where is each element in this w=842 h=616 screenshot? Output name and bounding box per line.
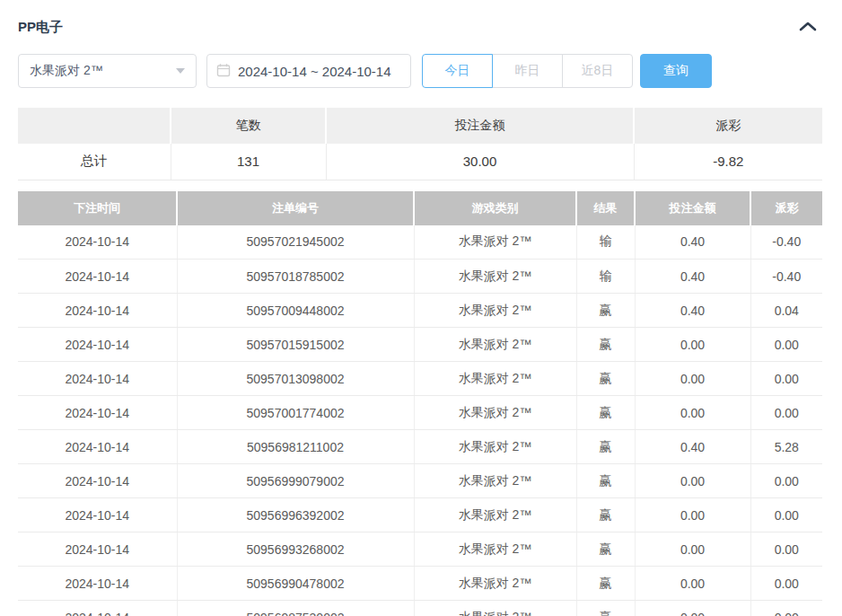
result-cell: 赢 (576, 532, 635, 567)
col-bet-id: 注单编号 (177, 191, 414, 225)
bet-id-cell: 50957015915002 (177, 328, 414, 362)
result-cell: 赢 (576, 430, 635, 464)
game-type-cell: 水果派对 2™ (414, 225, 576, 260)
payout-cell: 0.00 (750, 601, 822, 616)
payout-cell: -0.40 (750, 260, 822, 294)
col-game-type: 游戏类别 (414, 191, 576, 225)
game-select[interactable]: 水果派对 2™ (18, 54, 197, 88)
bet-time-cell: 2024-10-14 (18, 260, 177, 294)
col-payout: 派彩 (750, 191, 822, 225)
summary-header-row: 笔数 投注金额 派彩 (18, 108, 822, 144)
game-type-cell: 水果派对 2™ (414, 464, 576, 498)
bet-amount-cell: 0.40 (635, 430, 750, 464)
game-type-cell: 水果派对 2™ (414, 396, 576, 430)
bet-amount-cell: 0.40 (635, 260, 750, 294)
bet-amount-cell: 0.00 (635, 601, 750, 616)
bet-table-body: 2024-10-14 50957021945002 水果派对 2™ 输 0.40… (18, 225, 822, 616)
bet-id-cell: 50956996392002 (177, 498, 414, 532)
today-button[interactable]: 今日 (422, 54, 493, 88)
bet-amount-cell: 0.00 (635, 362, 750, 396)
date-range-value: 2024-10-14 ~ 2024-10-14 (238, 64, 391, 79)
query-button[interactable]: 查询 (640, 54, 712, 88)
bet-time-cell: 2024-10-14 (18, 601, 177, 616)
result-cell: 赢 (576, 567, 635, 601)
result-cell: 赢 (576, 328, 635, 362)
bet-id-cell: 50957013098002 (177, 362, 414, 396)
table-row: 2024-10-14 50957001774002 水果派对 2™ 赢 0.00… (18, 396, 822, 430)
bet-amount-cell: 0.00 (635, 532, 750, 567)
payout-cell: 0.00 (750, 498, 822, 532)
summary-payout-value: -9.82 (634, 144, 822, 180)
bet-time-cell: 2024-10-14 (18, 225, 177, 260)
bet-time-cell: 2024-10-14 (18, 567, 177, 601)
summary-count-value: 131 (171, 144, 326, 180)
summary-col-count: 笔数 (171, 108, 326, 144)
bet-time-cell: 2024-10-14 (18, 396, 177, 430)
game-select-value: 水果派对 2™ (30, 63, 103, 79)
panel: PP电子 水果派对 2™ 2024-10-14 ~ 2024-10-14 今日 … (0, 0, 842, 616)
col-bet-time: 下注时间 (18, 191, 177, 225)
payout-cell: 5.28 (750, 430, 822, 464)
payout-cell: 0.00 (750, 362, 822, 396)
table-row: 2024-10-14 50956981211002 水果派对 2™ 赢 0.40… (18, 430, 822, 464)
bet-amount-cell: 0.40 (635, 294, 750, 328)
calendar-icon (216, 63, 231, 80)
bet-amount-cell: 0.40 (635, 225, 750, 260)
bet-id-cell: 50956987530002 (177, 601, 414, 616)
result-cell: 输 (576, 225, 635, 260)
bet-time-cell: 2024-10-14 (18, 294, 177, 328)
bet-time-cell: 2024-10-14 (18, 362, 177, 396)
bet-amount-cell: 0.00 (635, 328, 750, 362)
game-type-cell: 水果派对 2™ (414, 328, 576, 362)
quick-date-buttons: 今日 昨日 近8日 (422, 54, 633, 88)
payout-cell: 0.00 (750, 464, 822, 498)
payout-cell: 0.00 (750, 532, 822, 567)
payout-cell: 0.00 (750, 328, 822, 362)
payout-cell: 0.04 (750, 294, 822, 328)
date-range-input[interactable]: 2024-10-14 ~ 2024-10-14 (206, 54, 411, 88)
bet-id-cell: 50957021945002 (177, 225, 414, 260)
panel-header: PP电子 (18, 16, 822, 38)
bet-id-cell: 50956990478002 (177, 567, 414, 601)
bet-amount-cell: 0.00 (635, 498, 750, 532)
last-8-days-button[interactable]: 近8日 (562, 54, 633, 88)
bet-id-cell: 50957018785002 (177, 260, 414, 294)
table-row: 2024-10-14 50956987530002 水果派对 2™ 赢 0.00… (18, 601, 822, 616)
payout-cell: -0.40 (750, 225, 822, 260)
collapse-button[interactable] (794, 19, 822, 36)
filter-bar: 水果派对 2™ 2024-10-14 ~ 2024-10-14 今日 昨日 近8… (18, 54, 822, 88)
chevron-down-icon (176, 68, 185, 74)
bet-time-cell: 2024-10-14 (18, 328, 177, 362)
result-cell: 赢 (576, 464, 635, 498)
result-cell: 赢 (576, 294, 635, 328)
bet-id-cell: 50957001774002 (177, 396, 414, 430)
bet-amount-cell: 0.00 (635, 464, 750, 498)
summary-bet-amount-value: 30.00 (326, 144, 634, 180)
bet-id-cell: 50956993268002 (177, 532, 414, 567)
col-result: 结果 (576, 191, 635, 225)
payout-cell: 0.00 (750, 396, 822, 430)
table-row: 2024-10-14 50957021945002 水果派对 2™ 输 0.40… (18, 225, 822, 260)
game-type-cell: 水果派对 2™ (414, 362, 576, 396)
game-type-cell: 水果派对 2™ (414, 260, 576, 294)
bet-time-cell: 2024-10-14 (18, 532, 177, 567)
game-type-cell: 水果派对 2™ (414, 498, 576, 532)
bet-time-cell: 2024-10-14 (18, 498, 177, 532)
game-type-cell: 水果派对 2™ (414, 601, 576, 616)
game-type-cell: 水果派对 2™ (414, 532, 576, 567)
bet-table: 下注时间 注单编号 游戏类别 结果 投注金额 派彩 2024-10-14 509… (18, 191, 822, 616)
bet-id-cell: 50956999079002 (177, 464, 414, 498)
yesterday-button[interactable]: 昨日 (492, 54, 563, 88)
table-row: 2024-10-14 50956996392002 水果派对 2™ 赢 0.00… (18, 498, 822, 532)
summary-col-bet-amount: 投注金额 (326, 108, 634, 144)
bet-time-cell: 2024-10-14 (18, 464, 177, 498)
game-type-cell: 水果派对 2™ (414, 294, 576, 328)
result-cell: 赢 (576, 498, 635, 532)
bet-id-cell: 50957009448002 (177, 294, 414, 328)
chevron-up-icon (799, 21, 817, 34)
col-bet-amount: 投注金额 (635, 191, 750, 225)
table-row: 2024-10-14 50956990478002 水果派对 2™ 赢 0.00… (18, 567, 822, 601)
summary-col-blank (18, 108, 171, 144)
bet-amount-cell: 0.00 (635, 567, 750, 601)
result-cell: 输 (576, 260, 635, 294)
